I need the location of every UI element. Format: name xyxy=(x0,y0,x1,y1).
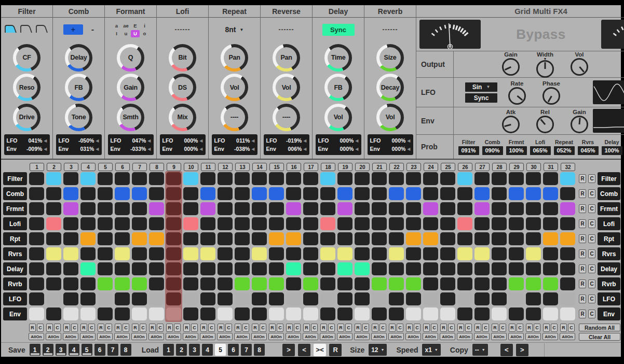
load-slot-2[interactable]: 2 xyxy=(176,344,187,356)
cell-env-22[interactable] xyxy=(389,307,404,320)
cell-lfo-16[interactable] xyxy=(286,292,301,305)
knob-delay-fb[interactable]: FB xyxy=(324,74,352,101)
cell-filter-21[interactable] xyxy=(372,172,387,185)
cell-rvrs-16[interactable] xyxy=(286,247,301,260)
cell-lfo-17[interactable] xyxy=(303,292,318,305)
cell-frmnt-11[interactable] xyxy=(200,202,215,215)
cell-rpt-10[interactable] xyxy=(183,232,198,245)
row-random-delay[interactable]: R xyxy=(579,264,586,273)
reverse-env-amount[interactable]: Env006%◀ xyxy=(266,146,307,152)
cell-comb-18[interactable] xyxy=(320,187,335,200)
cell-delay-13[interactable] xyxy=(235,262,250,275)
cell-delay-12[interactable] xyxy=(218,262,233,275)
cell-rvrs-29[interactable] xyxy=(509,247,524,260)
load-slot-4[interactable]: 4 xyxy=(202,344,213,356)
cell-env-12[interactable] xyxy=(218,307,233,320)
col-random-14[interactable]: R xyxy=(252,324,259,332)
fx-tab-filter[interactable]: Filter xyxy=(1,5,52,18)
cell-lofi-21[interactable] xyxy=(372,217,387,230)
col-clear-31[interactable]: C xyxy=(551,324,558,332)
knob-comb-delay[interactable]: Delay xyxy=(65,44,92,72)
cell-filter-31[interactable] xyxy=(543,172,558,185)
vowel-option-ae[interactable]: ae xyxy=(121,22,130,30)
cell-comb-10[interactable] xyxy=(183,187,198,200)
cell-comb-25[interactable] xyxy=(440,187,455,200)
bypass-button[interactable]: Bypass xyxy=(516,26,566,43)
row-label-right-env[interactable]: Env xyxy=(598,307,620,320)
cell-filter-19[interactable] xyxy=(337,172,352,185)
col-allon-31[interactable]: AllOn xyxy=(542,333,558,340)
load-slot-6[interactable]: 6 xyxy=(228,344,239,356)
cell-lfo-13[interactable] xyxy=(235,292,250,305)
cell-comb-16[interactable] xyxy=(286,187,301,200)
cell-env-7[interactable] xyxy=(132,307,147,320)
row-random-lofi[interactable]: R xyxy=(579,219,586,228)
cell-rvrs-10[interactable] xyxy=(183,247,198,260)
row-clear-frmnt[interactable]: C xyxy=(588,204,595,213)
cell-comb-12[interactable] xyxy=(218,187,233,200)
col-random-26[interactable]: R xyxy=(457,324,464,332)
pattern-next-button[interactable]: > xyxy=(516,344,528,356)
row-label-right-comb[interactable]: Comb xyxy=(598,187,620,200)
cell-rvrs-32[interactable] xyxy=(560,247,575,260)
cell-env-31[interactable] xyxy=(543,307,558,320)
col-allon-23[interactable]: AllOn xyxy=(405,333,421,340)
step-number-7[interactable]: 7 xyxy=(132,163,147,171)
knob-comb-tone[interactable]: Tone xyxy=(65,104,92,131)
cell-lofi-31[interactable] xyxy=(543,217,558,230)
step-number-11[interactable]: 11 xyxy=(201,163,215,171)
cell-lofi-24[interactable] xyxy=(423,217,438,230)
reverb-lfo-amount[interactable]: LFO000%◀ xyxy=(370,137,411,144)
knob-reverb-vol[interactable]: Vol xyxy=(376,104,404,131)
cell-rvrb-3[interactable] xyxy=(63,277,78,290)
save-slot-2[interactable]: 2 xyxy=(43,344,53,356)
cell-rpt-12[interactable] xyxy=(218,232,233,245)
filter-shape-icon[interactable] xyxy=(4,23,18,36)
cell-rvrb-2[interactable] xyxy=(46,277,61,290)
cell-frmnt-7[interactable] xyxy=(132,202,147,215)
col-allon-24[interactable]: AllOn xyxy=(423,333,438,340)
cell-lfo-26[interactable] xyxy=(457,292,472,305)
knob-reverse-pan[interactable]: Pan xyxy=(273,44,300,72)
col-random-32[interactable]: R xyxy=(560,324,567,332)
cell-lofi-3[interactable] xyxy=(63,217,78,230)
prob-value-repeat[interactable]: 052% xyxy=(554,146,575,155)
col-random-23[interactable]: R xyxy=(406,324,413,332)
cell-rvrb-9[interactable] xyxy=(166,277,181,290)
cell-delay-18[interactable] xyxy=(320,262,335,275)
col-clear-3[interactable]: C xyxy=(71,324,78,332)
cell-lofi-5[interactable] xyxy=(98,217,113,230)
col-allon-13[interactable]: AllOn xyxy=(234,333,250,340)
cell-rvrs-11[interactable] xyxy=(200,247,215,260)
cell-rvrs-12[interactable] xyxy=(218,247,233,260)
cell-lofi-9[interactable] xyxy=(166,217,181,230)
cell-rpt-5[interactable] xyxy=(98,232,113,245)
step-number-1[interactable]: 1 xyxy=(30,163,44,171)
cell-lofi-26[interactable] xyxy=(457,217,472,230)
knob-reverse-vol[interactable]: Vol xyxy=(273,74,300,101)
col-random-11[interactable]: R xyxy=(200,324,207,332)
clear-all-button[interactable]: Clear All xyxy=(579,333,620,341)
cell-filter-22[interactable] xyxy=(389,172,404,185)
cell-lfo-12[interactable] xyxy=(218,292,233,305)
cell-lfo-2[interactable] xyxy=(46,292,61,305)
save-slot-6[interactable]: 6 xyxy=(94,344,105,356)
lfo-rate-knob[interactable] xyxy=(508,87,526,105)
cell-lofi-4[interactable] xyxy=(80,217,96,230)
col-clear-10[interactable]: C xyxy=(191,324,198,332)
col-random-2[interactable]: R xyxy=(46,324,53,332)
comb-lfo-amount[interactable]: LFO-050%◀ xyxy=(59,137,99,144)
cell-lofi-12[interactable] xyxy=(218,217,233,230)
row-label-right-lfo[interactable]: LFO xyxy=(598,292,620,305)
cell-rvrs-24[interactable] xyxy=(423,247,438,260)
cell-lfo-19[interactable] xyxy=(337,292,352,305)
cell-env-29[interactable] xyxy=(509,307,524,320)
cell-rpt-11[interactable] xyxy=(200,232,215,245)
save-slot-7[interactable]: 7 xyxy=(107,344,118,356)
cell-env-32[interactable] xyxy=(560,307,575,320)
row-label-right-rvrs[interactable]: Rvrs xyxy=(598,247,620,260)
knob-repeat-vol[interactable]: Vol xyxy=(221,74,248,101)
knob-lofi-bit[interactable]: Bit xyxy=(169,44,196,72)
col-random-25[interactable]: R xyxy=(440,324,447,332)
cell-frmnt-5[interactable] xyxy=(98,202,113,215)
